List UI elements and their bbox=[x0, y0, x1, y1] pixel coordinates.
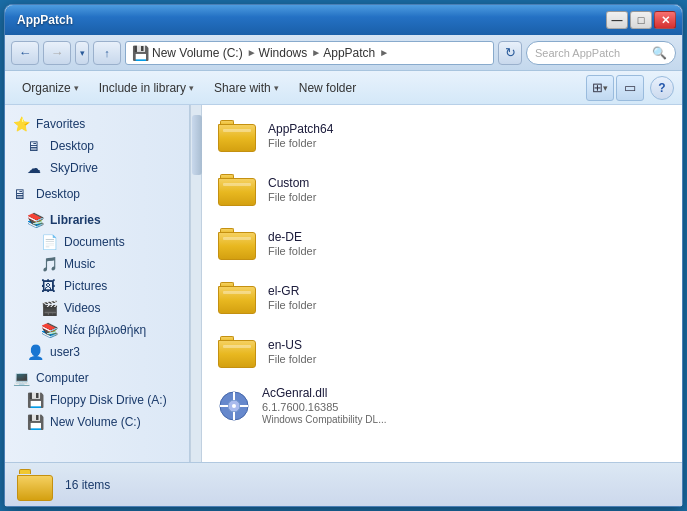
svg-point-2 bbox=[232, 404, 236, 408]
breadcrumb-windows-label[interactable]: Windows bbox=[259, 46, 308, 60]
file-name-en-us: en-US bbox=[268, 338, 316, 352]
user3-icon: 👤 bbox=[27, 344, 45, 360]
help-label: ? bbox=[658, 81, 665, 95]
drive-icon: 💾 bbox=[132, 45, 149, 61]
new-folder-button[interactable]: New folder bbox=[290, 75, 365, 101]
search-icon: 🔍 bbox=[652, 46, 667, 60]
share-with-button[interactable]: Share with ▾ bbox=[205, 75, 288, 101]
view-dropdown-arrow: ▾ bbox=[603, 83, 608, 93]
sidebar-item-libraries[interactable]: 📚 Libraries bbox=[5, 209, 189, 231]
sidebar-item-computer[interactable]: 💻 Computer bbox=[5, 367, 189, 389]
organize-dropdown-arrow: ▾ bbox=[74, 83, 79, 93]
sidebar-item-desktop[interactable]: 🖥 Desktop bbox=[5, 135, 189, 157]
file-details-acgenral-dll: AcGenral.dll 6.1.7600.16385 Windows Comp… bbox=[262, 386, 386, 425]
search-placeholder-text: Search AppPatch bbox=[535, 47, 620, 59]
help-button[interactable]: ? bbox=[650, 76, 674, 100]
sidebar-item-newvolume[interactable]: 💾 New Volume (C:) bbox=[5, 411, 189, 433]
sidebar-item-documents[interactable]: 📄 Documents bbox=[5, 231, 189, 253]
file-list: AppPatch64 File folder Custom File folde… bbox=[202, 105, 682, 462]
close-button[interactable]: ✕ bbox=[654, 11, 676, 29]
address-bar: ← → ▾ ↑ 💾 New Volume (C:) ► Windows ► Ap… bbox=[5, 35, 682, 71]
status-folder-icon bbox=[17, 469, 53, 501]
file-item-en-us[interactable]: en-US File folder bbox=[202, 325, 682, 379]
favorites-label: Favorites bbox=[36, 117, 85, 131]
libraries-icon: 📚 bbox=[27, 212, 45, 228]
include-in-library-label: Include in library bbox=[99, 81, 186, 95]
search-box[interactable]: Search AppPatch 🔍 bbox=[526, 41, 676, 65]
desktop-section: 🖥 Desktop 📚 Libraries 📄 Documents 🎵 Musi… bbox=[5, 183, 189, 363]
sidebar-item-user3[interactable]: 👤 user3 bbox=[5, 341, 189, 363]
breadcrumb-part-windows: Windows ► bbox=[259, 46, 324, 60]
preview-pane-button[interactable]: ▭ bbox=[616, 75, 644, 101]
sidebar-scrollbar[interactable] bbox=[190, 105, 202, 462]
videos-icon: 🎬 bbox=[41, 300, 59, 316]
skydrive-label: SkyDrive bbox=[50, 161, 98, 175]
organize-button[interactable]: Organize ▾ bbox=[13, 75, 88, 101]
address-breadcrumb[interactable]: 💾 New Volume (C:) ► Windows ► AppPatch ► bbox=[125, 41, 494, 65]
preview-icon: ▭ bbox=[624, 80, 636, 95]
nav-dropdown-button[interactable]: ▾ bbox=[75, 41, 89, 65]
computer-label: Computer bbox=[36, 371, 89, 385]
breadcrumb-drive-label[interactable]: New Volume (C:) bbox=[152, 46, 243, 60]
favorites-icon: ⭐ bbox=[13, 116, 31, 132]
file-details-en-us: en-US File folder bbox=[268, 338, 316, 365]
file-item-acgenral-dll[interactable]: AcGenral.dll 6.1.7600.16385 Windows Comp… bbox=[202, 379, 682, 433]
status-count: 16 items bbox=[65, 478, 110, 492]
file-item-custom[interactable]: Custom File folder bbox=[202, 163, 682, 217]
sidebar-item-favorites[interactable]: ⭐ Favorites bbox=[5, 113, 189, 135]
desktop-icon: 🖥 bbox=[27, 138, 45, 154]
file-subtype-acgenral-dll: Windows Compatibility DL... bbox=[262, 414, 386, 425]
computer-section: 💻 Computer 💾 Floppy Disk Drive (A:) 💾 Ne… bbox=[5, 367, 189, 433]
include-in-library-button[interactable]: Include in library ▾ bbox=[90, 75, 203, 101]
main-area: ⭐ Favorites 🖥 Desktop ☁ SkyDrive 🖥 Deskt… bbox=[5, 105, 682, 462]
sidebar-item-videos[interactable]: 🎬 Videos bbox=[5, 297, 189, 319]
folder-icon-apppatch64 bbox=[218, 120, 256, 152]
sidebar-item-pictures[interactable]: 🖼 Pictures bbox=[5, 275, 189, 297]
file-item-el-gr[interactable]: el-GR File folder bbox=[202, 271, 682, 325]
sidebar-item-music[interactable]: 🎵 Music bbox=[5, 253, 189, 275]
file-name-custom: Custom bbox=[268, 176, 316, 190]
sidebar-item-desktop2[interactable]: 🖥 Desktop bbox=[5, 183, 189, 205]
file-type-apppatch64: File folder bbox=[268, 137, 333, 149]
music-icon: 🎵 bbox=[41, 256, 59, 272]
computer-icon: 💻 bbox=[13, 370, 31, 386]
desktop2-icon: 🖥 bbox=[13, 186, 31, 202]
view-toggle-button[interactable]: ⊞ ▾ bbox=[586, 75, 614, 101]
file-name-apppatch64: AppPatch64 bbox=[268, 122, 333, 136]
desktop2-label: Desktop bbox=[36, 187, 80, 201]
include-dropdown-arrow: ▾ bbox=[189, 83, 194, 93]
breadcrumb-part-drive: New Volume (C:) ► bbox=[152, 46, 259, 60]
breadcrumb-apppatch-label[interactable]: AppPatch bbox=[323, 46, 375, 60]
refresh-button[interactable]: ↻ bbox=[498, 41, 522, 65]
new-library-label: Νέα βιβλιοθήκη bbox=[64, 323, 146, 337]
videos-label: Videos bbox=[64, 301, 100, 315]
file-details-apppatch64: AppPatch64 File folder bbox=[268, 122, 333, 149]
floppy-label: Floppy Disk Drive (A:) bbox=[50, 393, 167, 407]
file-name-el-gr: el-GR bbox=[268, 284, 316, 298]
file-item-apppatch64[interactable]: AppPatch64 File folder bbox=[202, 109, 682, 163]
back-button[interactable]: ← bbox=[11, 41, 39, 65]
share-with-label: Share with bbox=[214, 81, 271, 95]
sidebar: ⭐ Favorites 🖥 Desktop ☁ SkyDrive 🖥 Deskt… bbox=[5, 105, 190, 462]
folder-icon-custom bbox=[218, 174, 256, 206]
sidebar-scrollbar-thumb bbox=[192, 115, 202, 175]
up-button[interactable]: ↑ bbox=[93, 41, 121, 65]
folder-icon-el-gr bbox=[218, 282, 256, 314]
favorites-section: ⭐ Favorites 🖥 Desktop ☁ SkyDrive bbox=[5, 113, 189, 179]
minimize-button[interactable]: — bbox=[606, 11, 628, 29]
window-controls: — □ ✕ bbox=[606, 11, 676, 29]
forward-button[interactable]: → bbox=[43, 41, 71, 65]
sidebar-item-new-library[interactable]: 📚 Νέα βιβλιοθήκη bbox=[5, 319, 189, 341]
file-details-el-gr: el-GR File folder bbox=[268, 284, 316, 311]
new-library-icon: 📚 bbox=[41, 322, 59, 338]
breadcrumb-sep-3: ► bbox=[379, 47, 389, 58]
file-item-de-de[interactable]: de-DE File folder bbox=[202, 217, 682, 271]
view-buttons: ⊞ ▾ ▭ ? bbox=[586, 75, 674, 101]
new-folder-label: New folder bbox=[299, 81, 356, 95]
breadcrumb-sep-2: ► bbox=[311, 47, 321, 58]
maximize-button[interactable]: □ bbox=[630, 11, 652, 29]
folder-icon-en-us bbox=[218, 336, 256, 368]
sidebar-item-skydrive[interactable]: ☁ SkyDrive bbox=[5, 157, 189, 179]
documents-icon: 📄 bbox=[41, 234, 59, 250]
sidebar-item-floppy[interactable]: 💾 Floppy Disk Drive (A:) bbox=[5, 389, 189, 411]
